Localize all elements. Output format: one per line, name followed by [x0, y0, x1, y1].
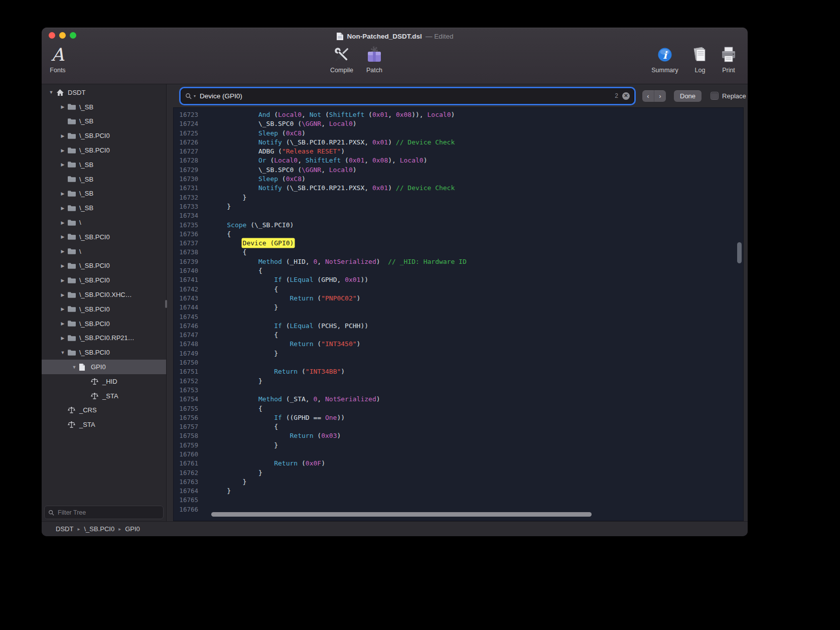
sidebar-item-sbpci0[interactable]: ▶\_SB.PCI0	[42, 302, 166, 317]
code-token: {	[274, 285, 278, 293]
done-button[interactable]: Done	[674, 90, 702, 102]
patch-label: Patch	[366, 67, 382, 74]
sidebar-item-sbpci0[interactable]: ▶\_SB.PCI0	[42, 317, 166, 331]
find-previous-button[interactable]: ‹	[642, 90, 654, 102]
code-token: }	[274, 350, 278, 357]
disclosure-closed-icon[interactable]: ▶	[58, 321, 67, 326]
code-token: )	[353, 120, 357, 127]
disclosure-closed-icon[interactable]: ▶	[58, 191, 67, 196]
sidebar-item-sbpci0[interactable]: ▶\_SB.PCI0	[42, 143, 166, 158]
breadcrumb-item[interactable]: GPI0	[125, 525, 140, 533]
sidebar-item-sbpci0xhc[interactable]: ▶\_SB.PCI0.XHC…	[42, 287, 166, 302]
line-number: 16747	[174, 331, 205, 340]
sidebar-item-sta[interactable]: _STA	[42, 417, 166, 432]
code-editor[interactable]: 1672316724167251672616727167281672916730…	[173, 107, 744, 521]
filter-tree-field[interactable]	[44, 506, 164, 519]
sidebar-item-sbpci0[interactable]: ▶\_SB.PCI0	[42, 128, 166, 143]
sidebar-item-sbpci0[interactable]: ▼\_SB.PCI0	[42, 345, 166, 360]
patch-toolbar-button[interactable]: Patch	[360, 44, 388, 74]
code-token: ,	[298, 156, 306, 164]
breadcrumb-item[interactable]: \_SB.PCI0	[84, 525, 114, 533]
code-token: Return	[290, 340, 314, 348]
disclosure-open-icon[interactable]: ▼	[70, 365, 79, 370]
summary-toolbar-button[interactable]: i Summary	[646, 44, 684, 74]
titlebar: Non-Patched_DSDT.dsl — Edited	[42, 31, 748, 41]
sidebar-item-sbpci0rp21[interactable]: ▶\_SB.PCI0.RP21…	[42, 331, 166, 346]
code-line: {	[211, 248, 743, 257]
disclosure-closed-icon[interactable]: ▶	[58, 306, 67, 311]
chevron-right-icon: ›	[659, 92, 661, 100]
find-field[interactable]: ▾ 2 ✕	[181, 88, 634, 104]
sidebar-item-sb[interactable]: ▶\_SB	[42, 100, 166, 114]
code-token: 0x01	[372, 138, 388, 146]
disclosure-closed-icon[interactable]: ▶	[58, 234, 67, 239]
tree-item-label: \_SB	[79, 117, 93, 125]
sidebar-item-[interactable]: ▶\	[42, 244, 166, 259]
disclosure-closed-icon[interactable]: ▶	[58, 278, 67, 283]
folder-icon	[67, 147, 78, 154]
splitter-handle[interactable]	[165, 300, 167, 308]
replace-option: Replace	[711, 92, 746, 100]
disclosure-closed-icon[interactable]: ▶	[58, 292, 67, 297]
horizontal-scrollbar-thumb[interactable]	[211, 512, 592, 517]
code-token: Scope	[227, 221, 246, 229]
find-next-button[interactable]: ›	[654, 90, 666, 102]
breadcrumb-item[interactable]: DSDT	[56, 525, 73, 533]
disclosure-open-icon[interactable]: ▼	[58, 350, 67, 355]
sidebar-item-[interactable]: ▶\	[42, 215, 166, 230]
disclosure-closed-icon[interactable]: ▶	[58, 220, 67, 225]
line-number: 16764	[174, 487, 205, 496]
folder-icon	[67, 335, 78, 342]
fonts-toolbar-button[interactable]: A Fonts	[44, 44, 72, 74]
tree-item-label: \_SB	[79, 161, 93, 169]
replace-checkbox[interactable]	[711, 92, 719, 100]
disclosure-closed-icon[interactable]: ▶	[58, 162, 67, 167]
find-input[interactable]	[199, 92, 613, 100]
code-line: {	[211, 230, 743, 239]
disclosure-closed-icon[interactable]: ▶	[58, 133, 67, 138]
line-number: 16750	[174, 358, 205, 367]
sidebar-item-sb[interactable]: ▶\_SB	[42, 187, 166, 201]
sidebar-splitter[interactable]	[166, 84, 167, 521]
log-toolbar-button[interactable]: Log	[689, 44, 711, 74]
sidebar-item-crs[interactable]: _CRS	[42, 403, 166, 418]
chevron-left-icon: ‹	[647, 92, 649, 100]
sidebar-item-sbpci0[interactable]: ▶\_SB.PCI0	[42, 230, 166, 244]
disclosure-closed-icon[interactable]: ▶	[58, 249, 67, 254]
sidebar-item-sb[interactable]: ▶\_SB	[42, 201, 166, 215]
code-token: (	[314, 340, 322, 348]
line-number: 16746	[174, 322, 205, 331]
document-proxy-icon[interactable]	[336, 32, 344, 41]
code-line: Scope (\_SB.PCI0)	[211, 221, 743, 230]
sidebar-item-hid[interactable]: _HID	[42, 374, 166, 389]
vertical-scrollbar-thumb[interactable]	[737, 242, 742, 263]
sidebar-item-sb[interactable]: ▶\_SB	[42, 158, 166, 172]
sidebar-item-sb[interactable]: \_SB	[42, 172, 166, 187]
disclosure-closed-icon[interactable]: ▶	[58, 104, 67, 109]
line-number: 16766	[174, 505, 205, 514]
sidebar-item-dsdt[interactable]: ▼DSDT	[42, 85, 166, 100]
house-icon	[56, 89, 67, 96]
disclosure-closed-icon[interactable]: ▶	[58, 206, 67, 211]
disclosure-closed-icon[interactable]: ▶	[58, 263, 67, 268]
disclosure-closed-icon[interactable]: ▶	[58, 336, 67, 341]
sidebar-item-sb[interactable]: \_SB	[42, 114, 166, 129]
code-area[interactable]: And (Local0, Not (ShiftLeft (0x01, 0x08)…	[205, 108, 743, 521]
sidebar-item-gpi0[interactable]: ▼GPI0	[42, 360, 166, 374]
clear-search-icon[interactable]: ✕	[622, 92, 630, 100]
code-token: ShiftLeft	[306, 156, 341, 164]
sidebar-item-sbpci0[interactable]: ▶\_SB.PCI0	[42, 273, 166, 287]
line-number: 16742	[174, 285, 205, 294]
code-line: Sleep (0xC8)	[211, 129, 743, 138]
line-number: 16754	[174, 395, 205, 404]
search-options-chevron-icon[interactable]: ▾	[194, 94, 196, 98]
sidebar-item-sbpci0[interactable]: ▶\_SB.PCI0	[42, 259, 166, 273]
compile-toolbar-button[interactable]: Compile	[326, 44, 358, 74]
print-toolbar-button[interactable]: Print	[716, 44, 742, 74]
code-token: (	[364, 111, 372, 118]
filter-tree-input[interactable]	[57, 509, 160, 517]
method-icon	[67, 421, 78, 428]
disclosure-open-icon[interactable]: ▼	[47, 90, 56, 95]
sidebar-item-sta[interactable]: _STA	[42, 389, 166, 403]
disclosure-closed-icon[interactable]: ▶	[58, 148, 67, 153]
